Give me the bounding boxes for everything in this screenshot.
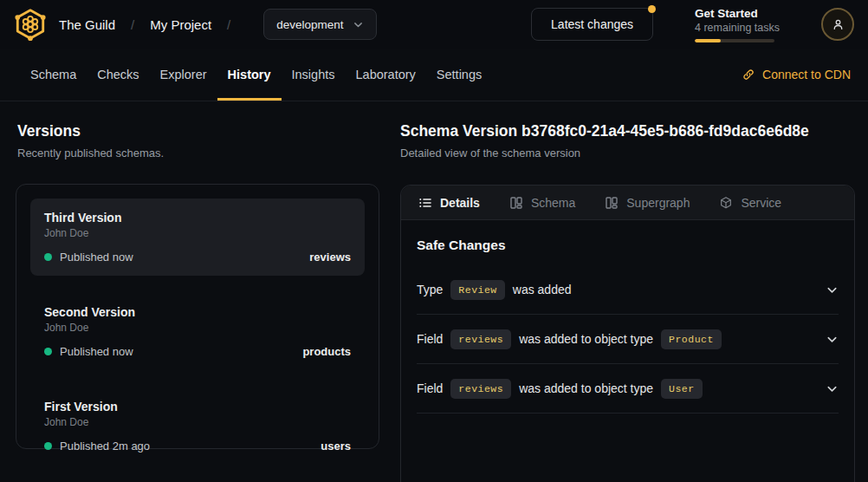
notification-dot (648, 5, 656, 13)
connect-to-cdn-label: Connect to CDN (762, 68, 851, 81)
connect-to-cdn-link[interactable]: Connect to CDN (742, 49, 851, 101)
version-status: Published now (60, 251, 133, 264)
project-nav: Schema Checks Explorer History Insights … (0, 49, 868, 101)
tab-label: Settings (437, 68, 482, 81)
breadcrumb-separator: / (227, 17, 230, 32)
version-name: First Version (44, 400, 351, 414)
box-icon (719, 196, 733, 210)
link-icon (742, 68, 755, 81)
tab-settings[interactable]: Settings (426, 49, 492, 101)
version-author: John Doe (44, 322, 351, 334)
tab-label: Supergraph (626, 196, 690, 210)
app-header: The Guild / My Project / development Lat… (0, 0, 868, 49)
version-status: Published now (60, 345, 133, 358)
change-prefix: Field (417, 381, 443, 395)
published-dot-icon (44, 348, 52, 355)
version-status: Published 2m ago (60, 440, 150, 453)
get-started-title: Get Started (695, 6, 780, 21)
schema-version-header: Schema Version b3768fc0-21a4-45e5-b686-f… (400, 122, 809, 160)
versions-subtitle: Recently published schemas. (17, 147, 164, 160)
tab-label: Laboratory (356, 68, 416, 81)
panels-icon (509, 196, 523, 210)
version-author: John Doe (44, 227, 351, 239)
tab-label: Schema (531, 196, 575, 210)
tab-checks[interactable]: Checks (87, 49, 149, 101)
change-code-badge: Review (450, 280, 504, 300)
tab-laboratory[interactable]: Laboratory (346, 49, 426, 101)
change-code-badge: Product (661, 329, 722, 349)
panels-icon (605, 196, 619, 210)
change-row[interactable]: Field reviews was added to object type U… (417, 364, 839, 414)
published-dot-icon (44, 253, 52, 261)
version-name: Second Version (44, 305, 351, 319)
change-prefix: Type (417, 283, 443, 296)
latest-changes-label: Latest changes (551, 17, 633, 31)
change-code-badge: reviews (450, 329, 511, 349)
list-icon (418, 196, 432, 210)
hive-logo-icon[interactable] (14, 8, 47, 41)
tab-history[interactable]: History (217, 49, 282, 101)
version-service-badge: products (302, 345, 351, 358)
change-prefix: Field (417, 332, 443, 346)
target-selector[interactable]: development (263, 9, 376, 40)
version-name: Third Version (44, 211, 351, 225)
person-icon (831, 17, 845, 32)
tab-schema-view[interactable]: Schema (509, 196, 575, 210)
safe-changes-heading: Safe Changes (417, 238, 839, 253)
latest-changes-button[interactable]: Latest changes (531, 8, 653, 41)
version-card[interactable]: Second Version John Doe Published now pr… (30, 293, 365, 370)
change-text: was added to object type (519, 381, 653, 395)
tab-label: Checks (97, 68, 139, 81)
version-card[interactable]: Third Version John Doe Published now rev… (30, 199, 365, 276)
chevron-down-icon (353, 19, 364, 30)
change-row[interactable]: Field reviews was added to object type P… (417, 315, 839, 364)
published-dot-icon (44, 442, 52, 450)
version-card[interactable]: First Version John Doe Published 2m ago … (30, 388, 365, 465)
tab-label: Insights (292, 68, 335, 81)
tab-label: Schema (30, 68, 76, 81)
get-started-widget[interactable]: Get Started 4 remaining tasks (695, 6, 780, 42)
tab-explorer[interactable]: Explorer (150, 49, 217, 101)
breadcrumb-project[interactable]: My Project (150, 17, 211, 32)
change-row[interactable]: Type Review was added (417, 265, 839, 315)
versions-panel: Third Version John Doe Published now rev… (16, 184, 379, 449)
change-code-badge: reviews (450, 379, 511, 399)
chevron-down-icon[interactable] (826, 382, 839, 395)
schema-version-subtitle: Detailed view of the schema version (400, 147, 809, 160)
get-started-subtitle: 4 remaining tasks (695, 21, 780, 35)
change-text: was added (513, 283, 572, 296)
tab-label: History (228, 68, 271, 81)
schema-version-title: Schema Version b3768fc0-21a4-45e5-b686-f… (400, 122, 809, 140)
user-avatar-button[interactable] (821, 8, 854, 41)
schema-version-panel: Details Schema Supergraph (400, 185, 855, 482)
detail-tab-bar: Details Schema Supergraph (401, 186, 854, 220)
tab-insights[interactable]: Insights (282, 49, 346, 101)
detail-content: Safe Changes Type Review was added Field… (401, 220, 854, 414)
chevron-down-icon[interactable] (826, 283, 839, 296)
change-text: was added to object type (519, 332, 653, 346)
tab-label: Details (440, 196, 480, 210)
version-author: John Doe (44, 416, 351, 428)
breadcrumb-org[interactable]: The Guild (59, 17, 115, 32)
versions-header: Versions Recently published schemas. (17, 122, 164, 160)
tab-service[interactable]: Service (719, 196, 781, 210)
breadcrumb-separator: / (131, 17, 134, 32)
tab-details[interactable]: Details (418, 196, 480, 210)
version-service-badge: users (321, 440, 351, 453)
versions-title: Versions (17, 122, 164, 140)
get-started-progress-fill (695, 39, 721, 42)
chevron-down-icon[interactable] (826, 333, 839, 346)
target-selector-value: development (276, 18, 343, 31)
get-started-progress-bar (695, 39, 774, 42)
version-service-badge: reviews (309, 251, 351, 264)
change-code-badge: User (661, 379, 703, 399)
tab-supergraph[interactable]: Supergraph (605, 196, 690, 210)
tab-label: Service (741, 196, 781, 210)
tab-label: Explorer (160, 68, 207, 81)
tab-schema[interactable]: Schema (20, 49, 87, 101)
